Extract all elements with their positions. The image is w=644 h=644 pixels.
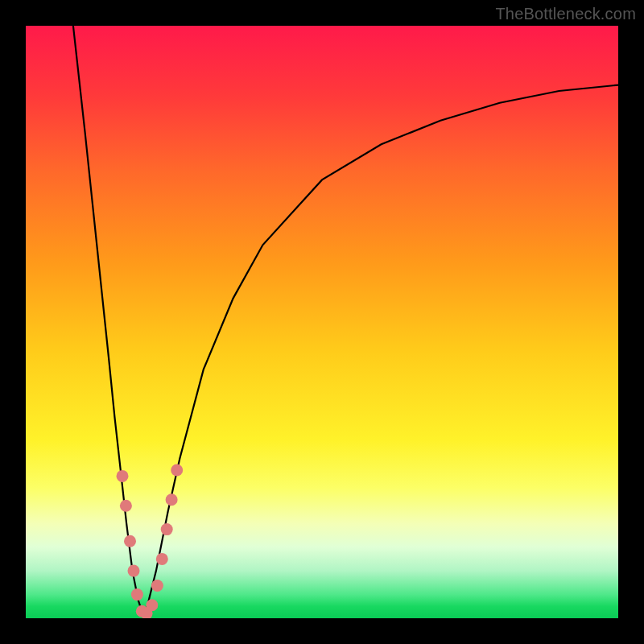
bead <box>156 553 168 565</box>
bead <box>120 500 132 512</box>
bead <box>117 470 129 482</box>
bead <box>161 523 173 535</box>
curve-left-branch <box>73 26 144 618</box>
bead <box>151 580 163 592</box>
plot-area <box>26 26 618 618</box>
curve-svg <box>26 26 618 618</box>
bead <box>131 588 143 601</box>
curve-group <box>73 26 618 618</box>
curve-right-branch <box>144 85 618 618</box>
bead <box>146 599 158 611</box>
bead <box>128 565 140 577</box>
bead <box>124 535 136 547</box>
bead <box>166 493 178 506</box>
watermark-text: TheBottleneck.com <box>495 5 636 23</box>
bead <box>171 464 183 477</box>
outer-frame: TheBottleneck.com <box>0 0 644 644</box>
